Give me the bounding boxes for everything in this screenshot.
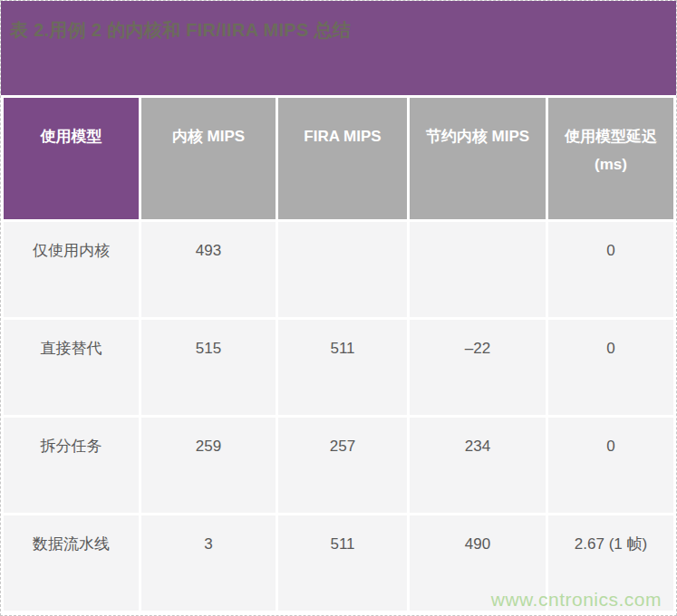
- header-delay-line1: 使用模型延迟: [565, 128, 657, 145]
- cell-saved-core-mips: 234: [410, 418, 546, 513]
- cell-fira-mips: [278, 222, 407, 317]
- header-fira-mips: FIRA MIPS: [278, 98, 407, 219]
- table-row: 仅使用内核 493 0: [4, 222, 673, 317]
- table-row: 直接替代 515 511 –22 0: [4, 320, 673, 415]
- table-title: 表 2.用例 2 的内核和 FIR/IIRA MIPS 总结: [10, 19, 665, 41]
- header-delay-line2: (ms): [595, 156, 627, 173]
- cell-usage-model: 数据流水线: [4, 515, 139, 611]
- cell-usage-model-delay: 0: [548, 418, 673, 513]
- header-core-mips: 内核 MIPS: [141, 98, 276, 219]
- cell-fira-mips: 511: [278, 320, 407, 415]
- cell-usage-model: 拆分任务: [4, 418, 139, 513]
- document-page: 表 2.用例 2 的内核和 FIR/IIRA MIPS 总结 使用模型 内核 M…: [0, 0, 677, 616]
- table-header-row: 使用模型 内核 MIPS FIRA MIPS 节约内核 MIPS 使用模型延迟 …: [4, 98, 673, 219]
- table-title-banner: 表 2.用例 2 的内核和 FIR/IIRA MIPS 总结: [1, 1, 676, 95]
- cell-saved-core-mips: [410, 222, 546, 317]
- cell-saved-core-mips: –22: [410, 320, 546, 415]
- mips-summary-table: 使用模型 内核 MIPS FIRA MIPS 节约内核 MIPS 使用模型延迟 …: [1, 95, 676, 613]
- cell-usage-model: 仅使用内核: [4, 222, 139, 317]
- cell-core-mips: 3: [141, 515, 276, 611]
- header-usage-model-delay: 使用模型延迟 (ms): [548, 98, 673, 219]
- cell-core-mips: 259: [141, 418, 276, 513]
- watermark-url: www.cntronics.com: [491, 589, 662, 611]
- cell-usage-model: 直接替代: [4, 320, 139, 415]
- table-row: 拆分任务 259 257 234 0: [4, 418, 673, 513]
- cell-usage-model-delay: 0: [548, 320, 673, 415]
- cell-fira-mips: 257: [278, 418, 407, 513]
- cell-usage-model-delay: 0: [548, 222, 673, 317]
- cell-core-mips: 515: [141, 320, 276, 415]
- cell-fira-mips: 511: [278, 515, 407, 611]
- header-usage-model: 使用模型: [4, 98, 139, 219]
- cell-core-mips: 493: [141, 222, 276, 317]
- header-saved-core-mips: 节约内核 MIPS: [410, 98, 546, 219]
